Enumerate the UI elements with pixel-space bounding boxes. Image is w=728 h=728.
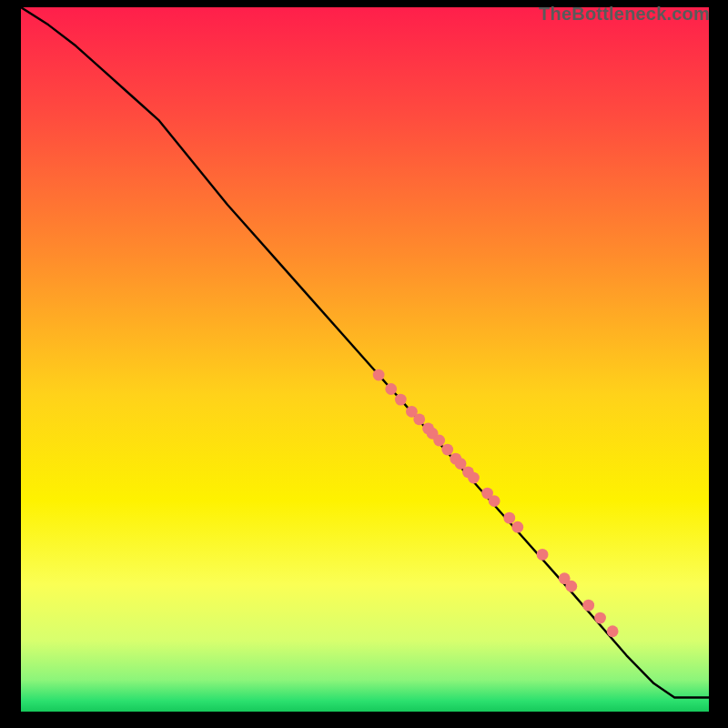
data-point	[607, 625, 619, 637]
data-point	[489, 495, 500, 507]
chart-stage: TheBottleneck.com	[0, 0, 728, 728]
data-point	[385, 383, 397, 395]
data-point	[537, 549, 549, 561]
data-point	[511, 521, 523, 533]
data-point	[565, 581, 577, 592]
plot-area	[21, 7, 709, 712]
data-point	[582, 600, 594, 612]
data-point	[503, 512, 515, 524]
data-point	[433, 435, 445, 447]
data-point	[594, 612, 606, 624]
data-point	[413, 413, 425, 425]
data-point	[373, 369, 385, 381]
data-point	[441, 444, 453, 456]
data-point	[468, 472, 480, 484]
data-point	[395, 394, 407, 406]
chart-svg	[21, 7, 709, 712]
watermark-text: TheBottleneck.com	[539, 4, 710, 25]
